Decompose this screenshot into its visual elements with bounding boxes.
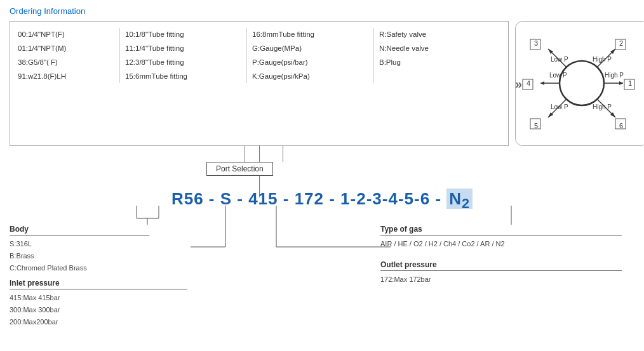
svg-marker-7 bbox=[540, 81, 544, 85]
list-item: B:Plug bbox=[379, 56, 495, 70]
outlet-pressure-section: Outlet pressure 172:Max 172bar bbox=[380, 260, 622, 286]
list-item: 10:1/8"Tube fitting bbox=[125, 28, 241, 42]
inlet-300: 300:Max 300bar bbox=[10, 304, 187, 316]
list-item bbox=[379, 70, 495, 84]
svg-text:High P: High P bbox=[605, 72, 624, 79]
outlet-172: 172:Max 172bar bbox=[380, 274, 622, 286]
connector-line-2 bbox=[245, 146, 245, 162]
list-item: G:Gauge(MPa) bbox=[252, 42, 368, 56]
type-of-gas-title: Type of gas bbox=[380, 225, 622, 235]
port-selection-box: Port Selection bbox=[206, 162, 273, 176]
list-item: P:Gauge(psi/bar) bbox=[252, 56, 368, 70]
table-col-1: 00:1/4"NPT(F) 01:1/4"NPT(M) 38:G5/8"( F)… bbox=[18, 28, 119, 83]
list-item: 11:1/4"Tube fitting bbox=[125, 42, 241, 56]
inlet-pressure-section: Inlet pressure 415:Max 415bar 300:Max 30… bbox=[10, 279, 187, 328]
list-item: R:Safety valve bbox=[379, 28, 495, 42]
port-selection-area: Port Selection bbox=[10, 146, 634, 178]
table-col-3: 16:8mmTube fitting G:Gauge(MPa) P:Gauge(… bbox=[246, 28, 373, 83]
svg-text:Low P: Low P bbox=[549, 72, 567, 79]
svg-text:2: 2 bbox=[619, 39, 623, 47]
svg-text:High P: High P bbox=[593, 103, 612, 110]
body-section: Body S:316L B:Brass C:Chromed Plated Bra… bbox=[10, 225, 149, 274]
list-item: 91:w21.8(F)LH bbox=[18, 70, 114, 84]
list-item: 16:8mmTube fitting bbox=[252, 28, 368, 42]
list-item: 00:1/4"NPT(F) bbox=[18, 28, 114, 42]
connector-line-3 bbox=[283, 146, 283, 162]
list-item: 38:G5/8"( F) bbox=[18, 56, 114, 70]
list-item: 12:3/8"Tube fitting bbox=[125, 56, 241, 70]
inlet-200: 200:Max200bar bbox=[10, 316, 187, 328]
inlet-pressure-title: Inlet pressure bbox=[10, 279, 187, 289]
desc-left: Body S:316L B:Brass C:Chromed Plated Bra… bbox=[10, 225, 187, 328]
svg-text:4: 4 bbox=[527, 79, 530, 87]
list-item: 15:6mmTube fitting bbox=[125, 70, 241, 84]
svg-text:5: 5 bbox=[534, 122, 538, 129]
body-b: B:Brass bbox=[10, 250, 149, 262]
desc-right: Type of gas AIR / HE / O2 / H2 / Ch4 / C… bbox=[380, 225, 622, 328]
type-of-gas-items: AIR / HE / O2 / H2 / Ch4 / Co2 / AR / N2 bbox=[380, 238, 622, 250]
model-number-section: R56 - S - 415 - 172 - 1-2-3-4-5-6 - N2 bbox=[10, 189, 634, 212]
body-title: Body bbox=[10, 225, 149, 235]
svg-text:Low P: Low P bbox=[551, 103, 568, 110]
ordering-table: 00:1/4"NPT(F) 01:1/4"NPT(M) 38:G5/8"( F)… bbox=[10, 21, 509, 146]
port-diagram-svg: 1 High P 4 Low P 2 High P bbox=[521, 28, 642, 139]
body-c: C:Chromed Plated Brass bbox=[10, 262, 149, 274]
svg-marker-2 bbox=[619, 81, 623, 85]
svg-text:Low P: Low P bbox=[551, 56, 568, 63]
svg-text:1: 1 bbox=[628, 79, 632, 87]
svg-text:6: 6 bbox=[619, 122, 623, 129]
list-item: 01:1/4"NPT(M) bbox=[18, 42, 114, 56]
port-diagram: 1 High P 4 Low P 2 High P bbox=[515, 21, 644, 146]
body-s: S:316L bbox=[10, 238, 149, 250]
table-col-2: 10:1/8"Tube fitting 11:1/4"Tube fitting … bbox=[119, 28, 246, 83]
model-highlight: N2 bbox=[446, 189, 473, 209]
model-number: R56 - S - 415 - 172 - 1-2-3-4-5-6 - N2 bbox=[171, 189, 473, 212]
inlet-415: 415:Max 415bar bbox=[10, 292, 187, 304]
outlet-pressure-title: Outlet pressure bbox=[380, 260, 622, 271]
list-item: N:Needle valve bbox=[379, 42, 495, 56]
svg-text:High P: High P bbox=[593, 56, 612, 63]
page-title: Ordering Information bbox=[10, 6, 634, 16]
svg-text:3: 3 bbox=[534, 39, 538, 47]
list-item: K:Gauge(psi/kPa) bbox=[252, 70, 368, 84]
desc-pairs: Body S:316L B:Brass C:Chromed Plated Bra… bbox=[10, 225, 634, 328]
description-section: Body S:316L B:Brass C:Chromed Plated Bra… bbox=[10, 225, 634, 328]
table-col-4: R:Safety valve N:Needle valve B:Plug bbox=[373, 28, 500, 83]
type-of-gas-section: Type of gas AIR / HE / O2 / H2 / Ch4 / C… bbox=[380, 225, 622, 250]
